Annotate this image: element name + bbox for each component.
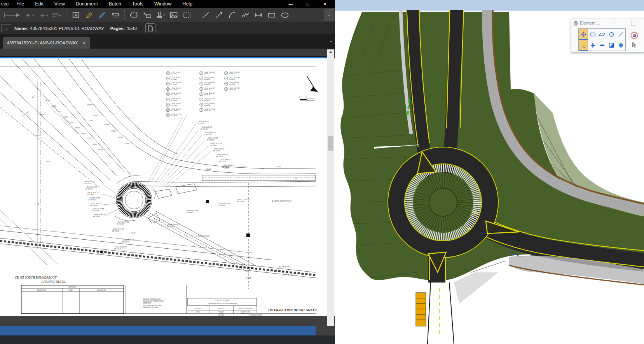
highlighter-icon[interactable] xyxy=(82,10,96,21)
svg-text:133.97: 133.97 xyxy=(87,104,92,106)
svg-text:℄ CONST. CR 455: ℄ CONST. CR 455 xyxy=(196,235,210,237)
menu-batch[interactable]: Batch xyxy=(103,1,127,7)
pages-count: 1543 xyxy=(127,26,137,31)
svg-text:A: A xyxy=(75,13,77,18)
svg-text:52: 52 xyxy=(201,83,202,84)
dialog-close-icon[interactable] xyxy=(631,21,636,26)
svg-text:130.46: 130.46 xyxy=(111,130,116,132)
arrow-icon[interactable] xyxy=(212,10,225,21)
flag-icon[interactable] xyxy=(0,10,24,21)
tab-close-icon[interactable]: ✕ xyxy=(82,40,86,46)
bottom-margin xyxy=(0,335,335,344)
tab-list-chevron-icon[interactable]: ⌄ xyxy=(329,38,333,43)
staged-wall xyxy=(416,293,426,326)
document-tab-label: 43578415201-PLANS-01-ROADWAY xyxy=(7,40,78,45)
cad-3d-model[interactable] xyxy=(335,10,644,344)
dialog-title-bar[interactable]: Element ... — xyxy=(571,19,644,27)
svg-text:61: 61 xyxy=(225,88,227,90)
pdf-viewport[interactable]: 141.21139.88137.55138.04136.46135.52134.… xyxy=(0,58,335,344)
scroll-up-icon[interactable] xyxy=(329,51,333,53)
svg-text:139.88: 139.88 xyxy=(51,105,56,107)
svg-text:49: 49 xyxy=(167,114,169,116)
rectangle-icon[interactable] xyxy=(265,10,278,21)
element-selection-dialog[interactable]: Element ... — xyxy=(571,19,644,53)
next-icon[interactable] xyxy=(37,10,51,21)
measure-icon[interactable] xyxy=(252,10,265,21)
select-target-icon[interactable] xyxy=(579,29,588,40)
svg-text:435785-1-52-01: 435785-1-52-01 xyxy=(241,312,250,314)
menu-bar: FileEditViewDocumentBatchToolsWindowHelp xyxy=(11,1,198,7)
cloud-icon[interactable] xyxy=(127,10,141,21)
svg-text:58: 58 xyxy=(225,72,227,74)
polyline-icon[interactable] xyxy=(239,10,252,21)
svg-text:43: 43 xyxy=(167,83,169,84)
hand-select-icon xyxy=(573,20,578,26)
markup-list-icon[interactable] xyxy=(51,10,64,21)
image-icon[interactable] xyxy=(167,10,180,21)
select-fence-icon[interactable] xyxy=(579,40,588,51)
document-tab-bar: 43578415201-PLANS-01-ROADWAY ✕ ⌄ xyxy=(0,34,335,49)
svg-text:60: 60 xyxy=(225,83,227,84)
select-line-icon[interactable] xyxy=(616,29,625,40)
svg-text:134.04: 134.04 xyxy=(81,132,86,134)
callout-icon[interactable] xyxy=(141,10,154,21)
menu-view[interactable]: View xyxy=(49,1,70,7)
svg-text:132.85: 132.85 xyxy=(92,143,98,145)
svg-text:138.04: 138.04 xyxy=(40,114,45,116)
select-circle-icon[interactable] xyxy=(607,29,616,40)
menu-help[interactable]: Help xyxy=(177,1,198,7)
eraser-icon[interactable] xyxy=(109,10,122,21)
markup-toolbar: A xyxy=(0,8,335,23)
document-dropdown-icon[interactable]: ⌄ xyxy=(1,24,11,32)
menu-tools[interactable]: Tools xyxy=(127,1,149,7)
svg-text:135.52: 135.52 xyxy=(69,121,74,123)
svg-text:DATE: DATE xyxy=(68,290,73,291)
minimize-button[interactable]: — xyxy=(282,0,299,8)
select-block-icon[interactable] xyxy=(588,29,597,40)
mode-subtract-icon[interactable] xyxy=(597,40,607,51)
mode-all-icon[interactable] xyxy=(616,40,625,51)
svg-text:127.46: 127.46 xyxy=(93,115,98,117)
prev-icon[interactable] xyxy=(24,10,37,21)
line-icon[interactable] xyxy=(199,10,212,21)
stamp-icon[interactable] xyxy=(154,10,167,21)
svg-text:135.01: 135.01 xyxy=(46,160,51,162)
close-button[interactable]: ✕ xyxy=(316,0,333,8)
toolbar-overflow-chevron-icon[interactable]: ⌄ xyxy=(324,9,334,21)
svg-text:COUNTY: COUNTY xyxy=(218,308,225,309)
svg-text:45: 45 xyxy=(167,93,169,95)
dialog-minimize-icon[interactable]: — xyxy=(612,21,616,25)
mode-invert-icon[interactable] xyxy=(607,40,616,51)
pointer-icon[interactable] xyxy=(631,42,637,48)
scrollbar-thumb[interactable] xyxy=(328,136,333,151)
isolate-off-icon[interactable] xyxy=(630,32,638,39)
maximize-button[interactable]: □ xyxy=(299,0,316,8)
select-shape-icon[interactable] xyxy=(597,29,607,40)
menu-edit[interactable]: Edit xyxy=(30,1,49,7)
text-box-icon[interactable]: A xyxy=(69,10,82,21)
ellipse-icon[interactable] xyxy=(278,10,291,21)
svg-text:51: 51 xyxy=(201,78,202,79)
window-controls: — □ ✕ xyxy=(282,0,333,8)
menu-window[interactable]: Window xyxy=(149,1,177,7)
mode-add-icon[interactable] xyxy=(588,40,597,51)
svg-text:50: 50 xyxy=(201,72,202,74)
svg-text:FINANCIAL PROJECT ID: FINANCIAL PROJECT ID xyxy=(237,308,253,309)
menu-file[interactable]: File xyxy=(11,1,30,7)
svg-text:6449: 6449 xyxy=(288,274,292,276)
svg-text:R/W: R/W xyxy=(38,129,39,132)
vertical-scrollbar[interactable] xyxy=(327,49,334,326)
document-tab[interactable]: 43578415201-PLANS-01-ROADWAY ✕ xyxy=(3,37,90,49)
svg-text:R/W: R/W xyxy=(38,203,39,206)
snapshot-icon[interactable] xyxy=(180,10,194,21)
svg-text:57: 57 xyxy=(201,109,202,111)
menu-document[interactable]: Document xyxy=(70,1,103,7)
svg-text:GRADING DETAIL: GRADING DETAIL xyxy=(41,280,66,284)
insert-page-icon[interactable] xyxy=(145,23,155,33)
svg-text:℄ CONST. OLD HWY 50 W: ℄ CONST. OLD HWY 50 W xyxy=(272,200,292,202)
pen-icon[interactable] xyxy=(96,10,109,21)
pages-label: Pages: xyxy=(110,26,125,31)
cad-3d-view-window: Element ... — xyxy=(335,0,644,344)
svg-text:131.48: 131.48 xyxy=(131,232,136,234)
arc-icon[interactable] xyxy=(225,10,239,21)
